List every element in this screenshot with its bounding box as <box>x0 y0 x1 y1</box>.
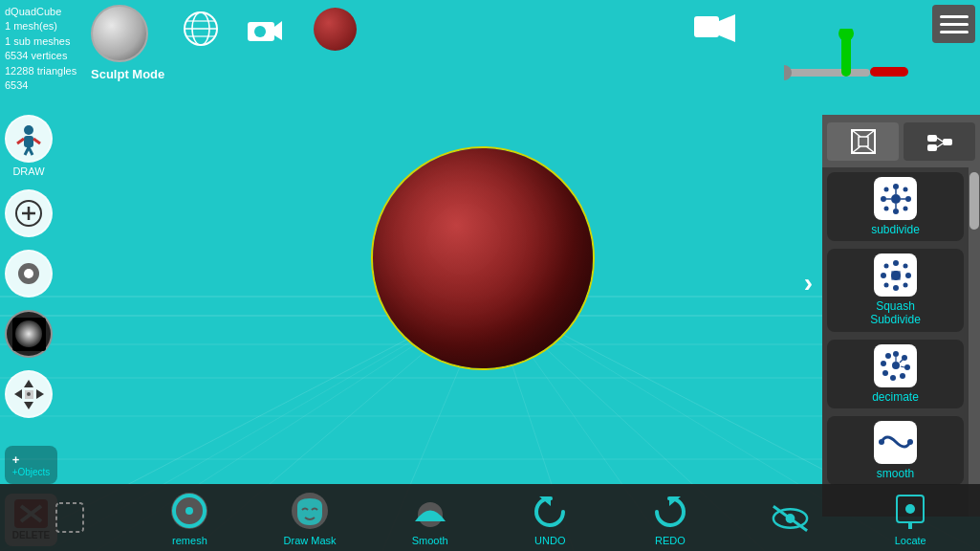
squash-subdivide-tool[interactable]: Squash Subdivide <box>827 249 964 332</box>
svg-point-92 <box>893 351 899 357</box>
expand-panel-arrow[interactable]: › <box>804 268 813 298</box>
smooth-bottom-btn[interactable]: Smooth <box>402 490 459 546</box>
svg-point-84 <box>905 273 911 278</box>
undo-btn[interactable]: UNDO <box>521 490 578 546</box>
select-icon <box>48 496 91 540</box>
svg-point-29 <box>838 29 854 41</box>
bottom-toolbar: remesh Draw Mask <box>0 484 980 551</box>
mesh-count: 1 mesh(es) <box>5 19 76 33</box>
move-tool-btn[interactable] <box>5 370 53 418</box>
locate-icon <box>889 490 932 533</box>
svg-point-70 <box>905 196 911 202</box>
smooth-bottom-icon <box>408 490 451 533</box>
panel-tools-list: subdivide <box>822 167 980 517</box>
svg-line-64 <box>937 143 943 147</box>
svg-marker-26 <box>719 14 735 42</box>
left-bottom-tools: + +Objects <box>5 446 57 484</box>
svg-rect-106 <box>56 503 83 532</box>
svg-line-55 <box>852 130 860 137</box>
redo-label: REDO <box>655 535 686 546</box>
remesh-label: remesh <box>172 535 207 546</box>
svg-point-82 <box>893 285 899 291</box>
sub-mesh-count: 1 sub meshes <box>5 34 76 49</box>
circle-tool-btn[interactable] <box>5 250 53 298</box>
3d-sphere <box>373 148 593 368</box>
svg-point-98 <box>881 361 886 366</box>
svg-marker-48 <box>36 389 44 399</box>
svg-point-44 <box>15 320 42 347</box>
svg-rect-33 <box>24 136 33 147</box>
redo-btn[interactable]: REDO <box>642 490 699 546</box>
svg-point-88 <box>903 282 907 287</box>
svg-point-96 <box>890 375 896 381</box>
panel-tabs <box>822 115 980 167</box>
scrollbar-thumb[interactable] <box>969 172 979 230</box>
svg-rect-60 <box>927 135 937 142</box>
svg-point-71 <box>883 187 888 191</box>
svg-point-104 <box>879 439 884 445</box>
svg-line-36 <box>17 139 24 143</box>
draw-mask-label: Draw Mask <box>284 535 337 546</box>
hide-btn[interactable] <box>762 496 819 540</box>
undo-label: UNDO <box>534 535 565 546</box>
svg-point-94 <box>904 364 910 370</box>
left-toolbar: DRAW <box>5 115 53 418</box>
redo-icon <box>648 490 691 533</box>
squash-subdivide-icon <box>874 253 917 297</box>
globe-icon[interactable] <box>182 10 220 48</box>
decimate-tool[interactable]: decimate <box>827 340 964 408</box>
svg-point-67 <box>893 184 899 189</box>
sculpt-tool-btn[interactable] <box>5 115 53 163</box>
smooth-label: smooth <box>877 467 914 480</box>
svg-point-83 <box>881 273 886 278</box>
decimate-icon <box>874 344 917 387</box>
vertex-count: 6534 vertices <box>5 49 76 63</box>
menu-line-3 <box>940 31 969 33</box>
svg-point-69 <box>881 196 886 202</box>
panel-tab-nodes[interactable] <box>904 122 975 161</box>
smooth-tool[interactable]: smooth <box>827 416 964 485</box>
add-objects-btn[interactable]: + +Objects <box>5 446 57 484</box>
camera-icon[interactable] <box>244 11 282 50</box>
axis-indicator <box>784 29 918 105</box>
locate-btn[interactable]: Locate <box>882 490 939 546</box>
svg-point-97 <box>882 370 888 376</box>
panel-tab-3d[interactable] <box>827 122 899 161</box>
draw-mask-btn[interactable]: Draw Mask <box>281 490 338 546</box>
svg-rect-25 <box>694 16 719 37</box>
triangle-count: 12288 triangles <box>5 64 76 78</box>
hamburger-menu[interactable] <box>932 5 975 43</box>
subdivide-tool[interactable]: subdivide <box>827 172 964 241</box>
svg-marker-23 <box>274 21 282 40</box>
svg-point-87 <box>883 282 888 287</box>
blur-tool-btn[interactable] <box>5 310 53 358</box>
draw-mask-icon <box>289 490 332 533</box>
mesh-preview[interactable] <box>91 5 148 62</box>
svg-line-56 <box>866 130 875 137</box>
smooth-icon <box>874 421 917 464</box>
mesh-name: dQuadCube <box>5 5 76 19</box>
svg-rect-30 <box>870 67 908 77</box>
svg-point-81 <box>893 260 899 266</box>
mode-label: Sculpt Mode <box>91 67 164 81</box>
material-preview[interactable] <box>314 8 357 51</box>
svg-point-91 <box>892 362 900 369</box>
select-btn[interactable] <box>41 496 98 540</box>
svg-point-85 <box>883 263 888 268</box>
svg-point-68 <box>893 209 899 214</box>
svg-point-117 <box>905 504 915 514</box>
svg-point-108 <box>185 507 193 515</box>
svg-line-57 <box>852 146 860 153</box>
menu-line-1 <box>940 15 969 18</box>
add-btn[interactable] <box>5 189 53 237</box>
panel-scrollbar[interactable] <box>969 167 980 517</box>
remesh-btn[interactable]: remesh <box>161 490 218 546</box>
3d-viewport[interactable]: dQuadCube 1 mesh(es) 1 sub meshes 6534 v… <box>0 0 980 551</box>
svg-point-72 <box>903 187 907 191</box>
video-camera-icon[interactable] <box>693 11 736 52</box>
svg-rect-118 <box>908 522 912 529</box>
svg-rect-59 <box>859 137 868 146</box>
svg-marker-46 <box>24 402 33 409</box>
right-panel: subdivide <box>822 115 980 517</box>
svg-point-74 <box>903 206 907 210</box>
